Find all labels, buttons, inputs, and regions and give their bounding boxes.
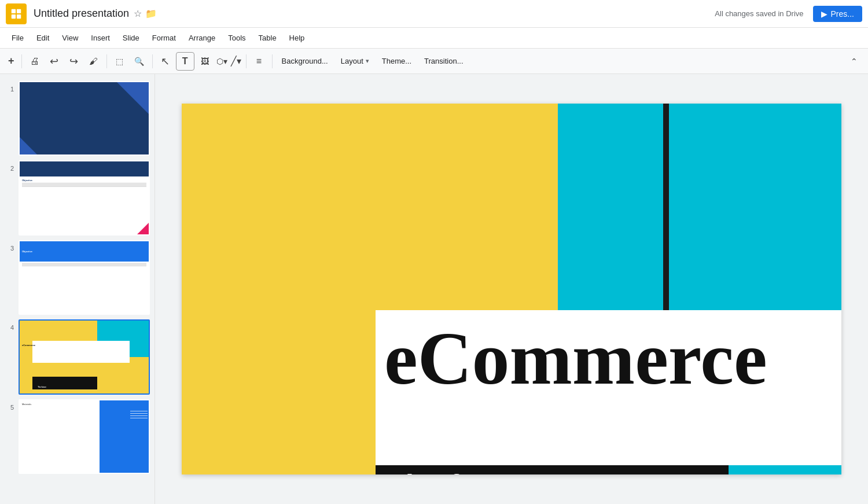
menu-file[interactable]: File bbox=[6, 31, 30, 45]
slide4-title: eCommerce bbox=[22, 344, 35, 347]
present-label: Pres... bbox=[831, 9, 854, 19]
slide5-lines bbox=[130, 409, 148, 420]
slide-thumb-3: Objective bbox=[20, 241, 149, 314]
cursor-button[interactable]: ↖ bbox=[156, 52, 175, 71]
doc-title[interactable]: Untitled presentation bbox=[34, 8, 129, 20]
slide3-lines bbox=[22, 263, 146, 266]
text-button[interactable]: T bbox=[176, 52, 194, 71]
slide-panel: 1 2 Objective bbox=[0, 74, 155, 504]
slide3-header-title: Objective bbox=[22, 250, 32, 253]
canvas-black-bar: The future bbox=[376, 465, 729, 474]
layout-chevron: ▾ bbox=[366, 57, 369, 65]
play-icon: ▶ bbox=[821, 9, 827, 19]
menu-view[interactable]: View bbox=[56, 31, 84, 45]
slide-canvas[interactable]: eCommerce The future bbox=[182, 104, 841, 474]
menu-tools[interactable]: Tools bbox=[222, 31, 251, 45]
transition-label: Transition... bbox=[424, 57, 463, 65]
slide4-white-box bbox=[32, 341, 129, 363]
redo-button[interactable]: ↪ bbox=[65, 52, 83, 71]
menu-help[interactable]: Help bbox=[284, 31, 311, 45]
star-icon[interactable]: ☆ bbox=[134, 8, 142, 19]
toolbar-separator-2 bbox=[106, 54, 107, 68]
slide-thumb-wrap-4: eCommerce The future bbox=[19, 319, 150, 394]
toolbar-separator-1 bbox=[21, 54, 22, 68]
zoom-button[interactable]: 🔍 bbox=[130, 52, 149, 71]
slide-number-4: 4 bbox=[5, 319, 14, 331]
slide3-content bbox=[20, 262, 149, 268]
slide-thumb-2: Objective bbox=[20, 161, 149, 234]
canvas-ecommerce-text[interactable]: eCommerce bbox=[384, 321, 767, 396]
slide5-title: Materials bbox=[22, 403, 31, 406]
shape-button[interactable]: ⬡▾ bbox=[215, 52, 229, 71]
save-status: All changes saved in Drive bbox=[715, 9, 803, 18]
title-bar: Untitled presentation ☆ 📁 All changes sa… bbox=[0, 0, 868, 28]
folder-icon[interactable]: 📁 bbox=[145, 8, 157, 19]
transition-button[interactable]: Transition... bbox=[418, 54, 469, 68]
google-logo[interactable] bbox=[6, 3, 27, 24]
slide2-title: Objective bbox=[22, 179, 146, 182]
toolbar-separator-4 bbox=[246, 54, 247, 68]
layout-button[interactable]: Layout ▾ bbox=[335, 54, 375, 68]
main-area: 1 2 Objective bbox=[0, 74, 868, 504]
slide-number-5: 5 bbox=[5, 399, 14, 411]
collapse-toolbar-button[interactable]: ⌃ bbox=[845, 52, 863, 71]
slide-item-1[interactable]: 1 bbox=[0, 79, 155, 158]
canvas-black-divider-top bbox=[663, 104, 669, 318]
slide4-future: The future bbox=[38, 386, 46, 388]
menu-slide[interactable]: Slide bbox=[117, 31, 145, 45]
toolbar: + 🖨 ↩ ↪ 🖌 ⬚ 🔍 ↖ T 🖼 ⬡▾ ╱▾ ≡ Background..… bbox=[0, 49, 868, 74]
select-button[interactable]: ⬚ bbox=[111, 52, 129, 71]
svg-rect-0 bbox=[12, 9, 16, 13]
menu-edit[interactable]: Edit bbox=[31, 31, 55, 45]
svg-rect-2 bbox=[12, 14, 16, 18]
undo-button[interactable]: ↩ bbox=[45, 52, 64, 71]
present-button[interactable]: ▶ Pres... bbox=[813, 6, 862, 22]
layout-label: Layout bbox=[341, 57, 363, 65]
slide-thumb-wrap-5: Materials bbox=[19, 399, 150, 474]
slide1-triangle-bottom bbox=[20, 137, 37, 154]
slide-number-2: 2 bbox=[5, 160, 14, 172]
slide-item-5[interactable]: 5 Materials bbox=[0, 397, 155, 476]
menu-format[interactable]: Format bbox=[146, 31, 182, 45]
canvas-area: eCommerce The future bbox=[155, 74, 868, 504]
menu-table[interactable]: Table bbox=[253, 31, 282, 45]
canvas-cyan-top bbox=[558, 104, 841, 318]
align-button[interactable]: ≡ bbox=[250, 52, 269, 71]
slide3-header: Objective bbox=[20, 241, 149, 262]
slide-number-3: 3 bbox=[5, 240, 14, 252]
slide-item-2[interactable]: 2 Objective bbox=[0, 158, 155, 237]
line-button[interactable]: ╱▾ bbox=[230, 52, 242, 71]
slide-item-4[interactable]: 4 eCommerce The future 📋 ▾ Match desti bbox=[0, 317, 155, 396]
slide-thumb-1 bbox=[20, 82, 149, 154]
background-button[interactable]: Background... bbox=[276, 54, 334, 68]
toolbar-separator-3 bbox=[152, 54, 153, 68]
slide2-header bbox=[20, 161, 149, 176]
canvas-future-text: The future bbox=[387, 468, 534, 474]
paint-button[interactable]: 🖌 bbox=[84, 52, 103, 71]
print-button[interactable]: 🖨 bbox=[25, 52, 44, 71]
slide2-corner bbox=[137, 223, 149, 234]
svg-rect-1 bbox=[17, 9, 21, 13]
toolbar-separator-5 bbox=[272, 54, 273, 68]
theme-label: Theme... bbox=[382, 57, 411, 65]
slide2-content: Objective bbox=[20, 176, 149, 189]
slide-number-1: 1 bbox=[5, 81, 14, 93]
slide-thumb-5: Materials bbox=[20, 400, 149, 473]
image-button[interactable]: 🖼 bbox=[196, 52, 214, 71]
slide-thumb-wrap-2: Objective bbox=[19, 160, 150, 235]
menu-bar: File Edit View Insert Slide Format Arran… bbox=[0, 28, 868, 49]
slide1-triangle-top bbox=[117, 82, 149, 114]
slide-thumb-wrap-1 bbox=[19, 81, 150, 156]
slide-thumb-wrap-3: Objective bbox=[19, 240, 150, 315]
slide-thumb-4: eCommerce The future bbox=[20, 321, 149, 393]
menu-arrange[interactable]: Arrange bbox=[183, 31, 221, 45]
slide-item-3[interactable]: 3 Objective bbox=[0, 238, 155, 317]
theme-button[interactable]: Theme... bbox=[376, 54, 417, 68]
add-button[interactable]: + bbox=[5, 52, 18, 71]
svg-rect-3 bbox=[17, 14, 21, 18]
slide2-lines bbox=[22, 183, 146, 187]
menu-insert[interactable]: Insert bbox=[85, 31, 116, 45]
background-label: Background... bbox=[282, 57, 328, 65]
